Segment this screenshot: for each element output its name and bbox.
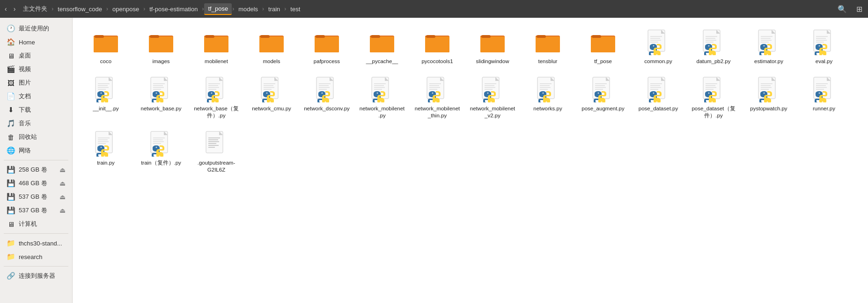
sidebar-item-downloads[interactable]: ⬇下载 (2, 103, 70, 116)
file-item-tensblur[interactable]: tensblur (522, 25, 574, 69)
sidebar-item-desktop[interactable]: 🖥桌面 (2, 49, 70, 62)
sidebar-item-trash[interactable]: 🗑回收站 (2, 130, 70, 144)
python-icon-pose_dataset_copy_py (700, 76, 727, 102)
trash-icon: 🗑 (7, 133, 15, 141)
svg-point-192 (708, 92, 710, 94)
sidebar-item-recent[interactable]: 🕐最近使用的 (2, 22, 70, 35)
file-name-pystopwatch_py: pystopwatch.py (750, 105, 787, 112)
file-item-__pycache__[interactable]: __pycache__ (356, 25, 408, 69)
file-item-pycocotools1[interactable]: pycocotools1 (412, 25, 463, 69)
file-item-models[interactable]: models (246, 25, 297, 69)
file-name-pose_augment_py: pose_augment.py (581, 105, 624, 112)
file-name-eval_py: eval.py (816, 58, 832, 65)
network-icon: 🌐 (7, 146, 15, 155)
breadcrumb-item-train[interactable]: train (265, 4, 284, 14)
file-item-pose_dataset_copy_py[interactable]: pose_dataset（复件）.py (688, 72, 739, 123)
svg-point-201 (764, 92, 765, 94)
file-item-pystopwatch_py[interactable]: pystopwatch.py (743, 72, 794, 123)
sidebar-item-thchs30[interactable]: 📁thchs30-stand... (2, 237, 70, 250)
sidebar-item-label-research: research (19, 253, 43, 260)
file-item-train_copy_py[interactable]: train（复件）.py (135, 127, 187, 177)
file-item-networks_py[interactable]: networks.py (522, 72, 574, 123)
file-item-init_py[interactable]: __init__.py (80, 72, 132, 123)
sidebar-item-home[interactable]: 🏠Home (2, 36, 70, 49)
sidebar-item-video[interactable]: 🎬视频 (2, 63, 70, 76)
sidebar-item-vol468[interactable]: 💾468 GB 卷⏏ (2, 177, 70, 190)
file-item-coco[interactable]: coco (80, 25, 132, 69)
file-name-train_copy_py: train（复件）.py (141, 159, 181, 166)
file-name-__pycache__: __pycache__ (366, 58, 398, 65)
breadcrumb-item-tensorflow_code[interactable]: tensorflow_code (54, 4, 106, 14)
eject-icon-vol537b[interactable]: ⏏ (59, 207, 66, 214)
svg-point-165 (543, 92, 544, 94)
python-icon-network_mobilenet_thin_py (424, 76, 450, 102)
file-name-network_mobilenet_py: network_mobilenet.py (359, 105, 405, 119)
svg-point-57 (653, 45, 655, 47)
file-item-goutputstream[interactable]: .goutputstream-G2IL6Z (191, 127, 242, 177)
file-name-networks_py: networks.py (533, 105, 562, 112)
folder-icon-tf_pose (590, 29, 616, 55)
file-name-train_py: train.py (97, 159, 115, 166)
sidebar-item-music[interactable]: 🎵音乐 (2, 117, 70, 130)
breadcrumb-item-models[interactable]: models (235, 4, 262, 14)
eject-icon-vol258[interactable]: ⏏ (59, 166, 66, 173)
file-item-datum_pb2_py[interactable]: datum_pb2.py (688, 25, 739, 69)
eject-icon-vol468[interactable]: ⏏ (59, 180, 66, 187)
folder-icon-tensblur (535, 29, 561, 55)
view-toggle-button[interactable]: ⊞ (853, 3, 866, 15)
search-button[interactable]: 🔍 (834, 3, 851, 15)
breadcrumb-item-test[interactable]: test (287, 4, 304, 14)
nav-back-button[interactable]: ‹ (2, 3, 10, 14)
folder-icon-models (258, 29, 285, 55)
file-item-eval_py[interactable]: eval.py (798, 25, 850, 69)
sidebar-item-connect[interactable]: 🔗连接到服务器 (2, 269, 70, 282)
file-name-mobilenet: mobilenet (205, 58, 228, 65)
file-name-coco: coco (100, 58, 111, 65)
file-item-runner_py[interactable]: runner.py (798, 72, 850, 123)
file-item-pose_dataset_py[interactable]: pose_dataset.py (633, 72, 684, 123)
file-item-network_base_py[interactable]: network_base.py (135, 72, 187, 123)
svg-rect-34 (426, 35, 435, 38)
eject-icon-vol537a[interactable]: ⏏ (59, 193, 66, 201)
file-item-pose_augment_py[interactable]: pose_augment.py (577, 72, 629, 123)
sidebar-item-documents[interactable]: 📄文档 (2, 90, 70, 103)
sidebar-divider-divider3 (4, 266, 68, 267)
breadcrumb-item-tf-pose-estimation[interactable]: tf-pose-estimation (146, 4, 201, 14)
file-item-network_cmu_py[interactable]: network_cmu.py (246, 72, 297, 123)
sidebar-item-label-vol468: 468 GB 卷 (19, 179, 47, 188)
file-item-pafprocess[interactable]: pafprocess (301, 25, 353, 69)
file-item-images[interactable]: images (135, 25, 187, 69)
sidebar-item-vol537b[interactable]: 💾537 GB 卷⏏ (2, 204, 70, 217)
file-name-common_py: common.py (644, 58, 672, 65)
file-item-common_py[interactable]: common.py (633, 25, 684, 69)
folder-icon-pafprocess (314, 29, 340, 55)
file-item-tf_pose[interactable]: tf_pose (577, 25, 629, 69)
sidebar-item-network[interactable]: 🌐网络 (2, 144, 70, 157)
file-item-network_base_copy_py[interactable]: network_base（复件）.py (191, 72, 242, 123)
sidebar-item-label-connect: 连接到服务器 (19, 272, 55, 280)
svg-point-174 (598, 92, 599, 94)
file-item-mobilenet[interactable]: mobilenet (191, 25, 242, 69)
file-item-network_mobilenet_py[interactable]: network_mobilenet.py (356, 72, 408, 123)
file-item-slidingwindow[interactable]: slidingwindow (467, 25, 518, 69)
folder-icon-images (148, 29, 174, 55)
svg-rect-4 (95, 35, 104, 38)
breadcrumb-item-home[interactable]: 主文件夹 (19, 3, 51, 15)
python-icon-network_mobilenet_v2_py (479, 76, 506, 102)
breadcrumb-item-openpose[interactable]: openpose (109, 4, 143, 14)
file-item-network_mobilenet_thin_py[interactable]: network_mobilenet_thin.py (412, 72, 463, 123)
sidebar-item-pictures[interactable]: 🖼图片 (2, 76, 70, 89)
file-item-train_py[interactable]: train.py (80, 127, 132, 177)
sidebar-item-vol537a[interactable]: 💾537 GB 卷⏏ (2, 190, 70, 203)
nav-forward-button[interactable]: › (11, 3, 19, 14)
file-item-network_dsconv_py[interactable]: network_dsconv.py (301, 72, 353, 123)
breadcrumb-item-tf_pose[interactable]: tf_pose (204, 3, 232, 15)
sidebar-item-vol258[interactable]: 💾258 GB 卷⏏ (2, 163, 70, 176)
file-item-estimator_py[interactable]: estimator.py (743, 25, 794, 69)
svg-rect-29 (371, 35, 380, 38)
vol258-icon: 💾 (7, 166, 15, 174)
sidebar-divider-divider1 (4, 160, 68, 160)
sidebar-item-computer[interactable]: 🖥计算机 (2, 217, 70, 231)
file-item-network_mobilenet_v2_py[interactable]: network_mobilenet_v2.py (467, 72, 518, 123)
sidebar-item-research[interactable]: 📁research (2, 250, 70, 263)
